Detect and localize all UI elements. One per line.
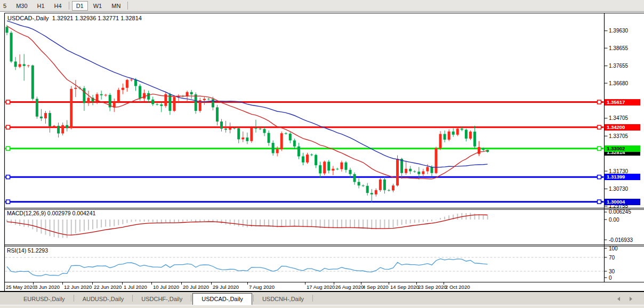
candle-body [396,159,399,185]
line-anchor-handle[interactable] [6,100,10,104]
candle-body [216,107,219,121]
price-axis-value: 1.30730 [609,186,628,192]
candle-body [469,132,472,139]
period-button-h1[interactable]: H1 [33,1,49,11]
candle-body [426,167,429,171]
macd-axis-value: 0.00 [609,217,619,223]
candle-body [220,121,223,128]
period-button-mn[interactable]: MN [107,1,125,11]
price-line-label-1.34200: 1.34200 [605,124,640,131]
price-line-label-1.31399: 1.31399 [605,174,640,180]
candle-body [233,128,236,128]
candle-body [375,190,377,194]
rsi-axis-value: 70 [609,255,615,261]
candle-body [70,89,73,128]
candle-body [362,185,365,186]
chart-tab-usdchf[interactable]: USDCHF-,Daily [134,294,190,304]
candle-body [327,161,330,171]
candle-body [156,104,158,104]
candle-body [405,169,407,173]
line-anchor-handle[interactable] [598,100,601,104]
candle-body [190,92,193,94]
candle-body [340,163,343,169]
candle-body [478,147,480,154]
line-anchor-handle[interactable] [6,175,10,179]
candle-body [276,149,279,153]
candle-body [306,155,309,163]
candle-body [332,169,334,171]
candle-body [448,132,450,140]
period-button-5[interactable]: 5 [0,1,11,11]
candle-body [246,137,248,141]
line-anchor-handle[interactable] [598,175,601,179]
candle-body [104,95,107,95]
period-toolbar: 5M30H1H4D1W1MN [0,0,644,12]
price-axis-value: 1.39630 [609,28,628,34]
time-axis-label: 29 Jul 2020 [213,284,239,290]
candle-body [319,165,321,173]
candle-body [349,170,352,174]
candle-body [422,171,424,174]
candle-body [6,27,9,33]
candle-body [126,80,128,88]
time-axis-label: 25 May 2020 [6,284,35,290]
candle-body [151,100,154,104]
candle-body [353,174,356,182]
candle-body [66,125,68,128]
candle-body [36,99,38,116]
candle-body [31,66,34,99]
candle-body [379,180,382,190]
candle-body [456,128,459,134]
tab-scroll-left-icon[interactable] [617,297,620,301]
period-button-h4[interactable]: H4 [50,1,66,11]
price-line-label-1.30004: 1.30004 [605,199,640,205]
chart-tab-audusd[interactable]: AUDUSD-,Daily [75,294,132,304]
period-button-d1[interactable]: D1 [72,1,88,11]
candle-body [461,128,463,129]
line-anchor-handle[interactable] [6,147,10,150]
chart-tab-usdcad[interactable]: USDCAD-,Daily [192,293,252,305]
time-axis-label: 3 Jun 2020 [35,284,60,290]
candle-body [315,155,317,165]
period-button-m30[interactable]: M30 [12,1,31,11]
candle-body [310,155,313,155]
line-anchor-handle[interactable] [598,147,601,150]
candle-body [100,94,103,95]
tab-separator [74,295,74,302]
line-anchor-handle[interactable] [598,200,601,204]
line-anchor-handle[interactable] [598,125,601,129]
chart-tab-usdcnh[interactable]: USDCNH-,Daily [255,294,311,304]
time-axis-label: 12 Jun 2020 [64,284,92,290]
candle-body [53,126,55,126]
price-axis-value: 1.37655 [609,63,628,69]
line-anchor-handle[interactable] [6,125,10,129]
candle-body [14,61,17,67]
period-button-w1[interactable]: W1 [89,1,107,11]
candle-body [323,161,326,173]
tab-scroll-right-icon[interactable] [630,297,632,301]
candle-body [371,193,373,194]
candle-body [439,134,442,148]
candle-body [409,169,412,172]
candle-body [413,171,416,172]
candle-body [173,97,175,111]
candle-body [280,133,283,149]
candle-body [430,167,433,173]
chart-tab-eurusd[interactable]: EURUSD-,Daily [16,294,73,304]
tab-separator [253,295,254,302]
time-axis-label: 10 Jul 2020 [153,284,179,290]
time-axis-label: 1 Jul 2020 [124,284,147,290]
time-axis-label: 20 Jul 2020 [183,284,209,290]
candle-body [388,190,390,191]
ohlc-readout: USDCAD-,Daily 1.32921 1.32936 1.32771 1.… [7,15,142,21]
chart-canvas[interactable] [0,0,644,308]
candle-body [272,143,275,153]
candle-body [134,79,137,86]
line-anchor-handle[interactable] [6,200,10,204]
candle-body [83,88,85,103]
candle-body [139,86,141,98]
candle-body [263,129,266,133]
candle-body [254,128,257,128]
candle-body [49,113,51,126]
price-axis-value: 1.31730 [609,168,628,174]
